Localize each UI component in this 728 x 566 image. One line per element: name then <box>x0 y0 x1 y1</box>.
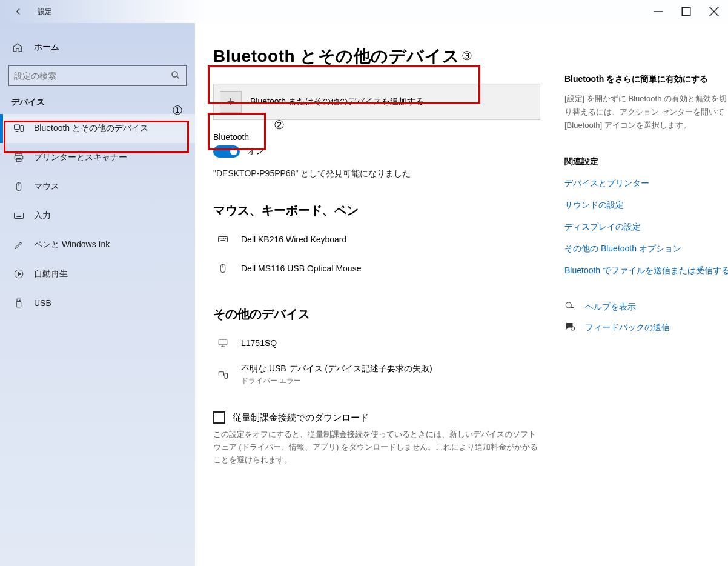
sidebar-item-label: ペンと Windows Ink <box>34 239 110 250</box>
device-name: Dell KB216 Wired Keyboard <box>241 235 346 244</box>
minimize-button[interactable] <box>644 0 672 23</box>
close-button[interactable] <box>700 0 728 23</box>
printer-icon <box>12 151 25 164</box>
minimize-icon <box>653 6 664 17</box>
metered-download-description: この設定をオフにすると、従量制課金接続を使っているときには、新しいデバイスのソフ… <box>213 428 540 466</box>
arrow-left-icon <box>13 6 24 17</box>
feedback-link[interactable]: フィードバックの送信 <box>564 321 728 335</box>
device-name: 不明な USB デバイス (デバイス記述子要求の失敗) <box>241 364 432 375</box>
metered-download-label: 従量制課金接続でのダウンロード <box>233 412 369 424</box>
search-icon <box>170 70 181 82</box>
svg-rect-11 <box>16 159 21 162</box>
svg-rect-26 <box>219 237 228 242</box>
monitor-icon <box>214 335 231 351</box>
svg-rect-1 <box>682 7 690 16</box>
maximize-icon <box>681 6 692 17</box>
device-status: ドライバー エラー <box>241 376 432 386</box>
link-bluetooth-send-receive[interactable]: Bluetooth でファイルを送信または受信する <box>564 265 728 276</box>
bluetooth-label: Bluetooth <box>213 132 540 142</box>
sidebar-item-printers[interactable]: プリンターとスキャナー <box>0 143 195 172</box>
feedback-label: フィードバックの送信 <box>585 322 670 333</box>
svg-rect-38 <box>225 373 228 378</box>
mouse-icon <box>12 180 25 193</box>
device-item[interactable]: Dell MS116 USB Optical Mouse <box>213 254 540 283</box>
device-item[interactable]: 不明な USB デバイス (デバイス記述子要求の失敗) ドライバー エラー <box>213 358 540 392</box>
home-icon <box>12 42 25 53</box>
mouse-icon <box>214 260 231 277</box>
link-bluetooth-options[interactable]: その他の Bluetooth オプション <box>564 244 728 255</box>
sidebar-item-mouse[interactable]: マウス <box>0 172 195 201</box>
sidebar-category-title: デバイス <box>0 97 195 114</box>
svg-line-5 <box>177 76 179 79</box>
sidebar-item-typing[interactable]: 入力 <box>0 201 195 230</box>
close-icon <box>709 6 720 17</box>
sidebar-item-label: 入力 <box>34 210 51 221</box>
group-title-other: その他のデバイス <box>213 306 540 322</box>
search-box[interactable] <box>8 65 187 86</box>
device-item[interactable]: L1751SQ <box>213 328 540 358</box>
sidebar-home[interactable]: ホーム <box>0 34 195 61</box>
autoplay-icon <box>12 267 25 281</box>
feedback-icon <box>564 321 577 335</box>
search-input[interactable] <box>14 71 170 81</box>
sidebar-item-label: マウス <box>34 181 59 192</box>
keyboard-icon <box>12 209 25 222</box>
svg-marker-21 <box>18 272 21 276</box>
pen-icon <box>12 238 25 251</box>
title-bar: 設定 <box>0 0 728 23</box>
discoverable-status: "DESKTOP-P95PP68" として発見可能になりました <box>213 168 540 179</box>
svg-point-4 <box>172 72 177 77</box>
sidebar-item-label: プリンターとスキャナー <box>34 152 127 163</box>
svg-rect-9 <box>16 153 22 156</box>
related-settings-title: 関連設定 <box>564 156 728 167</box>
sidebar: ホーム デバイス Bluetooth とその他のデバイス プリンターとスキャナー <box>0 23 195 566</box>
main-content: Bluetooth とその他のデバイス + Bluetooth またはその他のデ… <box>195 23 728 566</box>
metered-download-checkbox[interactable] <box>213 411 225 424</box>
plus-icon: + <box>220 91 242 113</box>
link-devices-printers[interactable]: デバイスとプリンター <box>564 178 728 189</box>
bluetooth-toggle-state: オン <box>247 146 264 157</box>
devices-icon <box>12 122 25 135</box>
keyboard-icon <box>214 231 231 248</box>
generic-device-icon <box>214 367 231 384</box>
back-button[interactable] <box>6 0 30 23</box>
svg-rect-7 <box>21 126 24 132</box>
group-title-mouse-keyboard: マウス、キーボード、ペン <box>213 202 540 219</box>
tip-description: [設定] を開かずに Bluetooth の有効と無効を切り替えるには、アクショ… <box>564 92 728 132</box>
svg-rect-23 <box>16 302 21 307</box>
sidebar-item-label: USB <box>34 298 51 308</box>
tip-title: Bluetooth をさらに簡単に有効にする <box>564 74 728 85</box>
svg-rect-10 <box>15 156 23 159</box>
sidebar-item-autoplay[interactable]: 自動再生 <box>0 259 195 288</box>
help-label: ヘルプを表示 <box>585 302 636 313</box>
help-icon <box>564 301 577 314</box>
link-display-settings[interactable]: ディスプレイの設定 <box>564 222 728 233</box>
svg-rect-22 <box>17 299 21 302</box>
svg-rect-14 <box>15 213 24 219</box>
svg-rect-34 <box>219 339 227 345</box>
device-item[interactable]: Dell KB216 Wired Keyboard <box>213 225 540 254</box>
help-link[interactable]: ヘルプを表示 <box>564 301 728 314</box>
link-sound-settings[interactable]: サウンドの設定 <box>564 200 728 211</box>
device-name: Dell MS116 USB Optical Mouse <box>241 264 361 273</box>
svg-rect-6 <box>15 125 20 130</box>
sidebar-home-label: ホーム <box>34 42 59 53</box>
add-device-button[interactable]: + Bluetooth またはその他のデバイスを追加する <box>213 84 540 120</box>
page-title: Bluetooth とその他のデバイス <box>213 45 540 68</box>
device-name: L1751SQ <box>241 338 277 348</box>
svg-point-27 <box>220 238 220 239</box>
sidebar-item-usb[interactable]: USB <box>0 288 195 318</box>
usb-icon <box>12 296 25 310</box>
svg-rect-37 <box>219 371 223 376</box>
sidebar-item-pen[interactable]: ペンと Windows Ink <box>0 230 195 259</box>
svg-point-29 <box>223 238 224 239</box>
sidebar-item-label: Bluetooth とその他のデバイス <box>34 123 148 134</box>
svg-point-28 <box>222 238 222 239</box>
bluetooth-toggle[interactable] <box>213 145 240 158</box>
svg-point-30 <box>225 238 226 239</box>
sidebar-item-label: 自動再生 <box>34 268 68 279</box>
maximize-button[interactable] <box>672 0 700 23</box>
window-controls <box>644 0 728 23</box>
add-device-label: Bluetooth またはその他のデバイスを追加する <box>250 96 424 107</box>
sidebar-item-bluetooth[interactable]: Bluetooth とその他のデバイス <box>0 114 195 143</box>
